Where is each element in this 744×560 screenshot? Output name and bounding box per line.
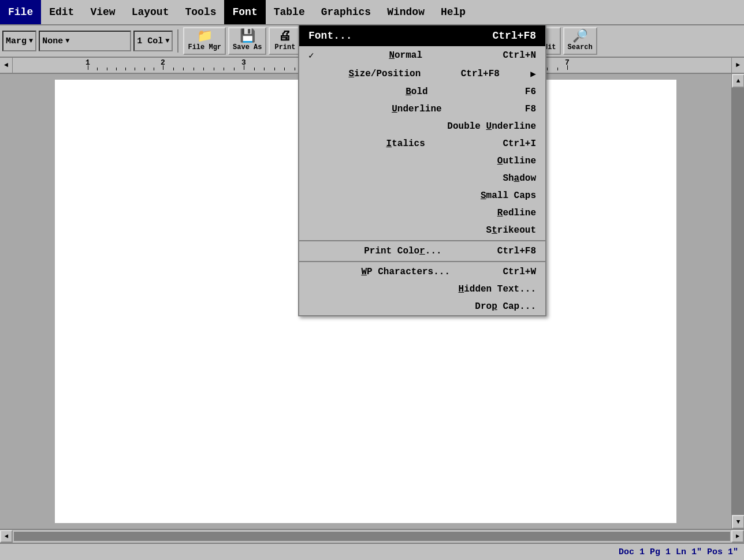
menu-item-check-wp-characters [308, 267, 320, 277]
ruler-minor-tick [284, 68, 285, 70]
scroll-v-track[interactable] [732, 88, 744, 515]
ruler-minor-tick [97, 68, 98, 70]
menu-item-label-italics: Italics [386, 139, 425, 149]
search-button[interactable]: 🔎 Search [563, 27, 597, 55]
ruler-tick-3 [244, 65, 244, 70]
ruler-minor-tick [125, 68, 126, 70]
menu-table[interactable]: Table [266, 0, 313, 24]
menu-item-size-position[interactable]: Size/PositionCtrl+F8▶ [299, 65, 545, 83]
menu-item-label-double-underline: Double Underline [447, 121, 536, 132]
ruler-tick-1 [88, 65, 88, 70]
menu-divider-11 [299, 240, 545, 241]
menu-item-outline[interactable]: Outline [299, 152, 545, 170]
print-label: Print [274, 43, 295, 51]
ruler-minor-tick [116, 68, 117, 70]
menu-item-label-strikeout: Strikeout [486, 225, 536, 236]
menu-item-small-caps[interactable]: Small Caps [299, 187, 545, 204]
font-combo-arrow: ▼ [65, 37, 69, 45]
ruler-left-arrow[interactable]: ◄ [0, 58, 13, 73]
scroll-right-button[interactable]: ► [731, 530, 744, 543]
search-icon: 🔎 [572, 31, 588, 43]
ruler-minor-tick [107, 68, 107, 70]
menu-file[interactable]: File [0, 0, 41, 24]
menu-item-drop-cap[interactable]: Drop Cap... [299, 298, 545, 315]
menu-window[interactable]: Window [379, 0, 433, 24]
print-button[interactable]: 🖨 Print [269, 27, 301, 55]
menu-graphics[interactable]: Graphics [313, 0, 379, 24]
font-combo[interactable]: None ▼ [39, 31, 131, 51]
scroll-h-track[interactable] [14, 532, 730, 541]
file-mgr-label: File Mgr [188, 43, 221, 51]
save-as-button[interactable]: 💾 Save As [228, 27, 266, 55]
menu-tools[interactable]: Tools [177, 0, 224, 24]
menu-item-shadow[interactable]: Shadow [299, 170, 545, 187]
menu-item-label-underline: Underline [392, 104, 441, 114]
menu-item-check-underline [308, 104, 320, 114]
menu-edit[interactable]: Edit [41, 0, 82, 24]
col-combo[interactable]: 1 Col ▼ [133, 31, 173, 51]
menu-item-double-underline[interactable]: Double Underline [299, 118, 545, 135]
ruler-tick-7 [567, 65, 568, 70]
menu-item-check-italics [308, 139, 320, 149]
ruler-minor-tick [173, 68, 174, 70]
menu-item-check-double-underline [308, 121, 320, 132]
menu-view[interactable]: View [82, 0, 123, 24]
menu-bar: File Edit View Layout Tools Font Table G… [0, 0, 744, 25]
scroll-up-button[interactable]: ▲ [732, 74, 744, 88]
menu-item-check-bold [308, 87, 320, 97]
ruler-minor-tick [214, 68, 214, 70]
ruler-minor-tick [203, 68, 204, 70]
marg-arrow: ▼ [29, 37, 33, 45]
menu-item-shortcut-italics: Ctrl+I [503, 139, 536, 149]
menu-layout[interactable]: Layout [124, 0, 177, 24]
print-icon: 🖨 [278, 31, 291, 43]
marg-combo[interactable]: Marg ▼ [2, 31, 36, 51]
menu-item-check-size-position [308, 69, 320, 79]
font-dropdown-menu: Font... Ctrl+F8 ✓NormalCtrl+N Size/Posit… [298, 25, 546, 316]
menu-item-label-shadow: Shadow [503, 173, 536, 184]
toolbar-separator-1 [177, 29, 178, 53]
scroll-left-button[interactable]: ◄ [0, 530, 13, 543]
menu-item-check-redline [308, 208, 320, 218]
font-combo-label: None [42, 36, 63, 46]
menu-item-check-drop-cap [308, 301, 320, 312]
ruler-minor-tick [254, 68, 255, 70]
menu-item-redline[interactable]: Redline [299, 204, 545, 222]
menu-item-shortcut-bold: F6 [525, 87, 536, 97]
vertical-scrollbar: ▲ ▼ [731, 74, 744, 529]
ruler-minor-tick [264, 68, 265, 70]
ruler-minor-tick [183, 68, 184, 70]
ruler-minor-tick [135, 68, 135, 70]
menu-item-bold[interactable]: BoldF6 [299, 83, 545, 100]
ruler-right-arrow[interactable]: ► [731, 58, 744, 73]
save-as-icon: 💾 [240, 31, 255, 43]
scroll-down-button[interactable]: ▼ [732, 515, 744, 529]
status-bar: Doc 1 Pg 1 Ln 1" Pos 1" [0, 543, 744, 560]
menu-item-shortcut-underline: F8 [525, 104, 536, 114]
file-mgr-icon: 📁 [197, 31, 213, 43]
menu-font[interactable]: Font [224, 0, 265, 24]
menu-item-check-print-color [308, 246, 320, 256]
menu-item-underline[interactable]: UnderlineF8 [299, 100, 545, 118]
menu-item-shortcut-normal: Ctrl+N [503, 50, 536, 61]
menu-item-hidden-text[interactable]: Hidden Text... [299, 281, 545, 298]
menu-item-normal[interactable]: ✓NormalCtrl+N [299, 46, 545, 65]
file-mgr-button[interactable]: 📁 File Mgr [183, 27, 226, 55]
ruler-minor-tick [234, 68, 235, 70]
menu-item-label-bold: Bold [406, 87, 427, 97]
menu-item-wp-characters[interactable]: WP Characters...Ctrl+W [299, 263, 545, 281]
menu-item-strikeout[interactable]: Strikeout [299, 222, 545, 239]
menu-item-shortcut-wp-characters: Ctrl+W [503, 267, 536, 277]
marg-label: Marg [6, 36, 27, 46]
ruler-minor-tick [557, 68, 558, 70]
search-label: Search [568, 43, 593, 51]
menu-item-print-color[interactable]: Print Color...Ctrl+F8 [299, 242, 545, 260]
font-menu-header[interactable]: Font... Ctrl+F8 [299, 25, 545, 46]
menu-item-italics[interactable]: ItalicsCtrl+I [299, 135, 545, 152]
ruler-minor-tick [144, 68, 145, 70]
menu-item-arrow-size-position: ▶ [530, 68, 536, 80]
ruler-minor-tick [154, 68, 154, 70]
menu-help[interactable]: Help [433, 0, 474, 24]
menu-item-check-hidden-text [308, 284, 320, 294]
status-text: Doc 1 Pg 1 Ln 1" Pos 1" [619, 547, 738, 557]
